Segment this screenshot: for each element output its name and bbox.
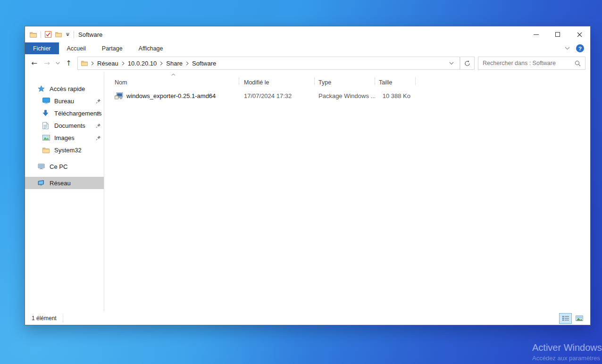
window-title: Software [78,31,102,38]
folder-icon [81,60,88,66]
breadcrumb-software[interactable]: Software [192,60,216,67]
divider [74,31,74,38]
back-button[interactable]: ← [28,59,41,67]
navigation-toolbar: ← → ↑ Réseau 10.0.20.10 Share Software [25,54,590,72]
column-label: Nom [115,79,127,86]
pin-icon [96,135,101,141]
quick-access-toolbar [25,31,74,38]
minimize-icon [534,34,539,35]
ribbon-tab-bar: Fichier Accueil Partage Affichage ? [25,42,590,54]
search-input[interactable] [483,60,575,66]
chevron-right-icon[interactable] [186,61,189,66]
folder-icon [42,147,51,153]
chevron-right-icon[interactable] [91,61,94,66]
details-view-icon [562,315,569,321]
recent-locations-chevron-icon[interactable] [53,62,62,65]
sidebar-item-documents[interactable]: Documents [25,119,104,132]
help-button[interactable]: ? [576,44,584,52]
file-name: windows_exporter-0.25.1-amd64 [126,92,216,99]
tab-accueil[interactable]: Accueil [59,42,94,54]
sidebar-item-bureau[interactable]: Bureau [25,95,104,107]
activation-watermark: Activer Windows Accédez aux paramètres p [532,342,602,362]
expand-ribbon-chevron-icon[interactable] [565,47,570,50]
details-view-button[interactable] [559,313,572,324]
thumbnails-view-button[interactable] [573,313,585,324]
pin-icon [96,123,101,128]
file-size: 10 388 Ko [375,92,416,99]
maximize-icon [555,32,560,37]
navigation-pane: Accès rapide Bureau Téléchargements [25,72,104,312]
watermark-line1: Activer Windows [532,342,602,353]
tab-fichier[interactable]: Fichier [25,42,59,54]
tab-partage[interactable]: Partage [94,42,131,54]
explorer-folder-icon [30,32,37,38]
star-icon [38,85,47,92]
chevron-right-icon[interactable] [122,61,125,66]
properties-check-icon[interactable] [45,31,51,38]
desktop-icon [42,98,51,104]
network-icon [38,180,47,186]
item-count: 1 élément [32,314,63,323]
sidebar-item-quick-access[interactable]: Accès rapide [25,83,104,95]
maximize-button[interactable] [547,26,569,42]
sidebar-item-telechargements[interactable]: Téléchargements [25,107,104,119]
column-label: Modifié le [244,79,269,86]
close-icon [577,32,582,37]
column-header-modifie-le[interactable]: Modifié le [239,72,315,89]
picture-icon [42,135,51,141]
thumbnails-view-icon [576,315,583,321]
sidebar-item-label: Téléchargements [54,110,101,117]
sidebar-item-images[interactable]: Images [25,132,104,144]
column-header-type[interactable]: Type [315,72,375,89]
sidebar-item-ce-pc[interactable]: Ce PC [25,160,104,173]
minimize-button[interactable] [525,26,547,42]
search-box[interactable] [478,57,585,70]
breadcrumb-host[interactable]: 10.0.20.10 [128,60,157,67]
sidebar-item-label: Documents [54,122,85,129]
column-header-taille[interactable]: Taille [375,72,416,89]
tab-affichage[interactable]: Affichage [131,42,171,54]
file-type: Package Windows ... [315,92,375,99]
breadcrumb-share[interactable]: Share [166,60,183,67]
watermark-line2: Accédez aux paramètres p [532,355,602,362]
divider [41,31,41,38]
sidebar-item-system32[interactable]: System32 [25,144,104,156]
search-icon[interactable] [575,60,581,66]
sort-ascending-chevron-icon [171,74,176,76]
chevron-right-icon[interactable] [160,61,163,66]
pin-icon [96,99,101,104]
status-bar: 1 élément [25,312,590,325]
sidebar-item-reseau[interactable]: Réseau [25,177,104,189]
file-list: Nom Modifié le Type Taille [104,72,590,312]
breadcrumb-reseau[interactable]: Réseau [97,60,118,67]
column-headers: Nom Modifié le Type Taille [111,72,590,89]
customize-toolbar-caret-icon[interactable] [66,33,70,36]
up-button[interactable]: ↑ [62,59,75,67]
column-label: Taille [379,79,393,86]
new-folder-icon[interactable] [55,32,62,37]
sidebar-item-label: Bureau [54,98,74,105]
sidebar-item-label: Images [54,134,75,141]
sidebar-item-label: Accès rapide [50,85,85,92]
sidebar-item-label: Ce PC [50,163,67,170]
column-header-nom[interactable]: Nom [111,72,239,89]
close-button[interactable] [569,26,590,42]
address-bar[interactable]: Réseau 10.0.20.10 Share Software [77,57,460,70]
file-row[interactable]: windows_exporter-0.25.1-amd64 17/07/2024… [111,89,590,102]
file-modified: 17/07/2024 17:32 [239,92,315,99]
document-icon [42,122,51,129]
pin-icon [96,111,101,116]
forward-button[interactable]: → [41,59,53,67]
address-dropdown-chevron-icon[interactable] [447,62,456,65]
explorer-window: Software Fichier Accueil Partage Afficha… [25,26,591,325]
download-icon [42,110,51,116]
column-label: Type [318,79,331,86]
sidebar-item-label: System32 [54,147,82,154]
sidebar-item-label: Réseau [50,180,71,187]
refresh-icon [464,60,470,66]
refresh-button[interactable] [460,57,475,70]
msi-installer-icon [115,92,123,99]
computer-icon [38,164,47,170]
title-bar: Software [25,26,590,42]
